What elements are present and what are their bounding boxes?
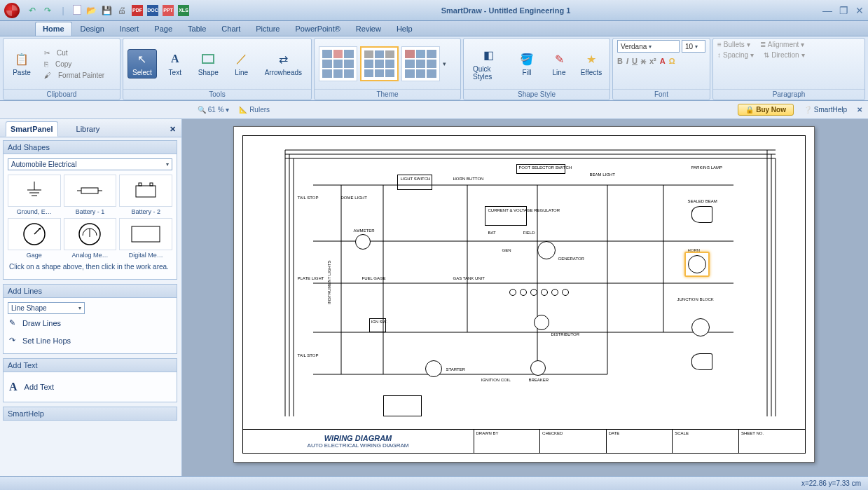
highlight-button[interactable]: Ω [669, 57, 675, 66]
group-shape-style: ◧Quick Styles 🪣Fill ✎Line ★Effects Shape… [463, 38, 610, 100]
buy-now-button[interactable]: 🔒 Buy Now [738, 104, 794, 116]
redo-icon[interactable]: ↷ [42, 5, 53, 16]
open-icon[interactable]: 📂 [85, 5, 97, 16]
draw-lines-button[interactable]: ✎Draw Lines [8, 314, 172, 332]
tab-table[interactable]: Table [181, 22, 213, 36]
ribbon: 📋 Paste ✂Cut ⎘Copy 🖌Format Painter Clipb… [0, 36, 868, 101]
strike-button[interactable]: x̶ [641, 57, 646, 66]
comp-generator[interactable] [537, 241, 556, 259]
line-tool[interactable]: ／Line [228, 49, 256, 79]
comp-distributor[interactable] [534, 315, 549, 330]
tab-help[interactable]: Help [390, 22, 420, 36]
bold-button[interactable]: B [617, 57, 623, 66]
lbl-bat: BAT [488, 231, 496, 236]
copy-button[interactable]: ⎘Copy [40, 59, 109, 69]
undo-icon[interactable]: ↶ [27, 5, 38, 16]
italic-button[interactable]: I [626, 57, 628, 66]
comp-breaker[interactable] [530, 360, 546, 376]
close-icon[interactable]: ✕ [855, 5, 864, 16]
fill-button[interactable]: 🪣Fill [513, 49, 541, 79]
add-text-button[interactable]: AAdd Text [8, 376, 172, 397]
canvas[interactable]: WIRING DIAGRAM AUTO ELECTRICAL WIRING DI… [182, 119, 868, 476]
comp-sealed-beam[interactable] [691, 206, 712, 223]
cut-button[interactable]: ✂Cut [40, 48, 109, 58]
tab-chart[interactable]: Chart [214, 22, 247, 36]
alignment-button[interactable]: ≣ Alignment ▾ [760, 40, 804, 49]
direction-button[interactable]: ⇅ Direction ▾ [764, 50, 804, 60]
spacing-button[interactable]: ↕ Spacing ▾ [717, 50, 754, 60]
new-icon[interactable] [73, 5, 81, 15]
doc-icon[interactable]: DOC [147, 5, 158, 16]
tab-powerpoint[interactable]: PowerPoint® [288, 22, 347, 36]
section-smarthelp[interactable]: SmartHelp [3, 407, 177, 421]
pen-icon: ✎ [551, 51, 567, 67]
xls-icon[interactable]: XLS [178, 5, 189, 16]
line-style-button[interactable]: ✎Line [545, 49, 573, 79]
paste-button[interactable]: 📋 Paste [8, 49, 36, 79]
tab-design[interactable]: Design [74, 22, 111, 36]
tab-insert[interactable]: Insert [113, 22, 146, 36]
font-family-select[interactable]: Verdana▾ [617, 40, 680, 53]
quick-styles-button[interactable]: ◧Quick Styles [468, 46, 509, 83]
pdf-icon[interactable]: PDF [132, 5, 143, 16]
font-size-select[interactable]: 10▾ [682, 40, 705, 53]
theme-more-icon[interactable]: ▾ [443, 60, 446, 67]
zoom-control[interactable]: 🔍 61 % ▾ [198, 106, 229, 114]
comp-junction-2[interactable] [691, 318, 710, 336]
group-tools: ↖Select AText Shape ／Line ⇄Arrowheads To… [123, 38, 312, 100]
sidetab-library[interactable]: Library [72, 122, 104, 136]
shape-tool[interactable]: Shape [193, 49, 223, 79]
theme-swatch-1[interactable] [319, 46, 357, 81]
effects-button[interactable]: ★Effects [577, 49, 605, 79]
arrowheads-tool[interactable]: ⇄Arrowheads [260, 49, 307, 79]
subscript-button[interactable]: x² [649, 57, 656, 66]
print-icon[interactable]: 🖨 [116, 5, 128, 16]
lbl-tailstop2: TAIL STOP [298, 353, 319, 358]
smarthelp-button[interactable]: ❔ SmartHelp [804, 106, 847, 114]
section-add-text[interactable]: Add Text [3, 358, 177, 372]
ppt-icon[interactable]: PPT [163, 5, 174, 16]
select-tool[interactable]: ↖Select [128, 49, 157, 79]
section-add-shapes[interactable]: Add Shapes [3, 140, 177, 154]
window-controls: — ❐ ✕ [822, 5, 864, 16]
restore-icon[interactable]: ❐ [839, 5, 848, 16]
bullets-button[interactable]: ≡ Bullets ▾ [717, 40, 750, 49]
tab-review[interactable]: Review [349, 22, 388, 36]
underline-button[interactable]: U [632, 57, 638, 66]
comp-speaker-bottom[interactable] [691, 353, 712, 370]
save-icon[interactable]: 💾 [101, 5, 112, 16]
tab-picture[interactable]: Picture [249, 22, 287, 36]
shape-battery-2[interactable]: Battery - 2 [119, 175, 172, 215]
chevron-down-icon: ▾ [695, 43, 698, 50]
theme-swatch-2[interactable] [360, 46, 399, 81]
shape-digital-meter[interactable]: Digital Me… [119, 218, 172, 259]
comp-battery[interactable] [383, 395, 422, 416]
shape-analog-meter[interactable]: Analog Me… [64, 218, 117, 259]
shape-library-select[interactable]: Automobile Electrical▾ [8, 158, 172, 170]
shape-battery-1[interactable]: Battery - 1 [64, 175, 117, 215]
shape-gage[interactable]: Gage [8, 218, 61, 259]
app-logo-icon[interactable] [4, 3, 20, 18]
drawing-page: WIRING DIAGRAM AUTO ELECTRICAL WIRING DI… [233, 126, 815, 463]
section-add-lines[interactable]: Add Lines [3, 284, 177, 298]
close-sidepanel-icon[interactable]: ✕ [170, 125, 176, 134]
shape-ground[interactable]: Ground, E… [8, 175, 61, 215]
cut-icon: ✂ [42, 48, 52, 57]
comp-starter[interactable] [425, 360, 442, 377]
font-color-button[interactable]: A [660, 57, 666, 66]
line-shape-select[interactable]: Line Shape▾ [8, 302, 85, 314]
minimize-icon[interactable]: — [822, 5, 832, 16]
line-hops-button[interactable]: ↷Set Line Hops [8, 332, 172, 349]
text-tool[interactable]: AText [161, 49, 189, 79]
close-help-icon[interactable]: ✕ [857, 106, 862, 114]
format-painter-button[interactable]: 🖌Format Painter [40, 70, 109, 81]
group-label-clipboard: Clipboard [4, 89, 120, 100]
theme-swatch-3[interactable] [401, 46, 440, 81]
lbl-sealed: SEALED BEAM [688, 199, 717, 204]
text-icon: A [9, 381, 18, 393]
tab-home[interactable]: Home [35, 22, 72, 36]
sidetab-smartpanel[interactable]: SmartPanel [6, 121, 58, 137]
comp-ammeter[interactable] [355, 234, 371, 250]
rulers-toggle[interactable]: 📐 Rulers [239, 106, 270, 114]
tab-page[interactable]: Page [147, 22, 179, 36]
